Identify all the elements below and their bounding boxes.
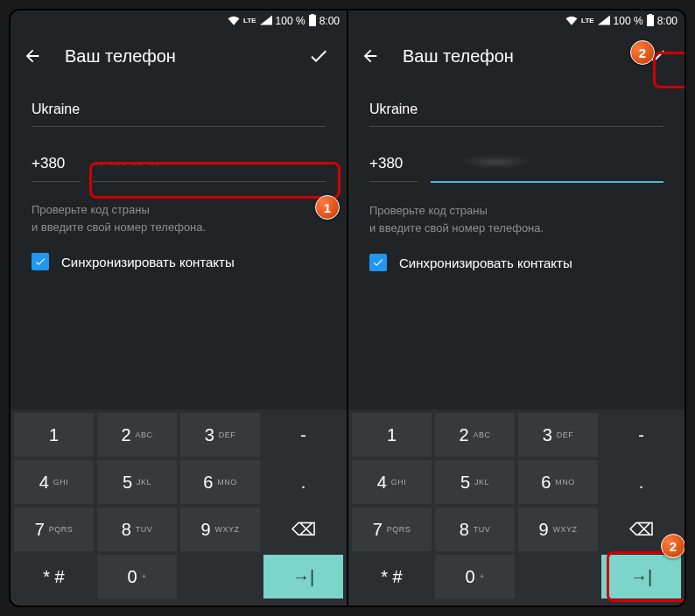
key--[interactable]: -: [263, 413, 343, 457]
phone-input[interactable]: [431, 148, 663, 183]
sync-contacts-row[interactable]: Синхронизировать контакты: [369, 254, 663, 271]
clock-text: 8:00: [657, 15, 677, 27]
sync-checkbox[interactable]: [32, 253, 49, 270]
content: Ukraine +380 Проверьте код страны и введ…: [348, 80, 684, 410]
keypad: 12ABC3DEF-4GHI5JKL6MNO.7PQRS8TUV9WXYZ⌫* …: [11, 410, 347, 606]
sync-label: Синхронизировать контакты: [61, 255, 235, 270]
key-blank[interactable]: [180, 555, 260, 598]
battery-text: 100 %: [614, 15, 643, 27]
svg-rect-3: [649, 14, 652, 15]
header: Ваш телефон: [11, 32, 347, 80]
content: Ukraine +380 -- --- -- -- Проверьте код …: [11, 80, 347, 410]
svg-rect-0: [309, 15, 316, 26]
status-bar: LTE 100 % 8:00: [348, 10, 684, 32]
phone-row: +380 -- --- -- --: [32, 148, 326, 182]
page-title: Ваш телефон: [403, 46, 641, 66]
battery-icon: [309, 14, 316, 29]
key-3[interactable]: 3DEF: [518, 413, 598, 457]
badge-1: 1: [315, 195, 340, 220]
country-field[interactable]: Ukraine: [369, 94, 663, 127]
wifi-icon: [228, 15, 240, 28]
key-blank[interactable]: [518, 555, 598, 598]
key-* #[interactable]: * #: [352, 555, 432, 598]
key-6[interactable]: 6MNO: [180, 460, 260, 504]
prefix-field[interactable]: +380: [369, 148, 418, 182]
key-→|[interactable]: →|: [263, 555, 343, 598]
confirm-button[interactable]: [303, 40, 334, 72]
lte-icon: LTE: [581, 18, 594, 24]
lte-icon: LTE: [243, 18, 256, 24]
battery-text: 100 %: [276, 15, 305, 27]
prefix-field[interactable]: +380: [32, 148, 81, 182]
sync-checkbox[interactable]: [369, 254, 387, 271]
signal-icon: [260, 15, 272, 28]
phone-row: +380: [369, 148, 663, 183]
key-.[interactable]: .: [601, 460, 681, 504]
screen-right: LTE 100 % 8:00 Ваш телефон Ukraine +380: [348, 10, 684, 606]
key-5[interactable]: 5JKL: [97, 460, 177, 504]
hint-line1: Проверьте код страны: [369, 202, 663, 220]
sync-contacts-row[interactable]: Синхронизировать контакты: [32, 253, 326, 270]
signal-icon: [598, 15, 610, 28]
key-8[interactable]: 8TUV: [435, 508, 515, 551]
sync-label: Синхронизировать контакты: [399, 256, 572, 270]
clock-text: 8:00: [319, 15, 340, 27]
wifi-icon: [565, 15, 578, 28]
back-button[interactable]: [23, 46, 49, 66]
hint-line1: Проверьте код страны: [32, 201, 326, 219]
key-1[interactable]: 1: [352, 413, 432, 457]
key-0[interactable]: 0+: [97, 555, 177, 598]
key-8[interactable]: 8TUV: [97, 508, 177, 551]
key-1[interactable]: 1: [14, 413, 94, 457]
key-4[interactable]: 4GHI: [352, 460, 432, 504]
screenshots-wrapper: LTE 100 % 8:00 Ваш телефон Ukraine +380: [9, 9, 686, 607]
hint-text: Проверьте код страны и введите свой номе…: [369, 202, 663, 236]
key-5[interactable]: 5JKL: [435, 460, 515, 504]
country-field[interactable]: Ukraine: [32, 94, 326, 127]
key-9[interactable]: 9WXYZ: [518, 508, 598, 551]
key-0[interactable]: 0+: [435, 555, 515, 598]
key--[interactable]: -: [601, 413, 681, 457]
hint-text: Проверьте код страны и введите свой номе…: [32, 201, 326, 235]
key-.[interactable]: .: [263, 460, 343, 504]
phone-input[interactable]: -- --- -- --: [93, 148, 326, 182]
back-button[interactable]: [361, 46, 387, 66]
key-4[interactable]: 4GHI: [14, 460, 94, 504]
key-2[interactable]: 2ABC: [435, 413, 515, 457]
key-3[interactable]: 3DEF: [180, 413, 260, 457]
page-title: Ваш телефон: [65, 46, 303, 66]
phone-value-blurred: [431, 156, 562, 168]
hint-line2: и введите свой номер телефона.: [32, 219, 326, 236]
badge-2b: 2: [661, 534, 685, 558]
key-→|[interactable]: →|: [601, 555, 681, 598]
badge-2a: 2: [630, 40, 655, 65]
status-bar: LTE 100 % 8:00: [11, 10, 347, 32]
key-2[interactable]: 2ABC: [97, 413, 177, 457]
key-6[interactable]: 6MNO: [518, 460, 598, 504]
battery-icon: [647, 14, 654, 29]
key-* #[interactable]: * #: [14, 555, 94, 598]
svg-rect-2: [647, 15, 654, 26]
hint-line2: и введите свой номер телефона.: [369, 220, 663, 237]
key-⌫[interactable]: ⌫: [263, 508, 343, 551]
svg-rect-1: [311, 14, 314, 15]
screen-left: LTE 100 % 8:00 Ваш телефон Ukraine +380: [11, 10, 347, 606]
key-9[interactable]: 9WXYZ: [180, 508, 260, 551]
key-7[interactable]: 7PQRS: [352, 508, 432, 551]
keypad: 12ABC3DEF-4GHI5JKL6MNO.7PQRS8TUV9WXYZ⌫* …: [348, 410, 684, 606]
key-7[interactable]: 7PQRS: [14, 508, 94, 551]
